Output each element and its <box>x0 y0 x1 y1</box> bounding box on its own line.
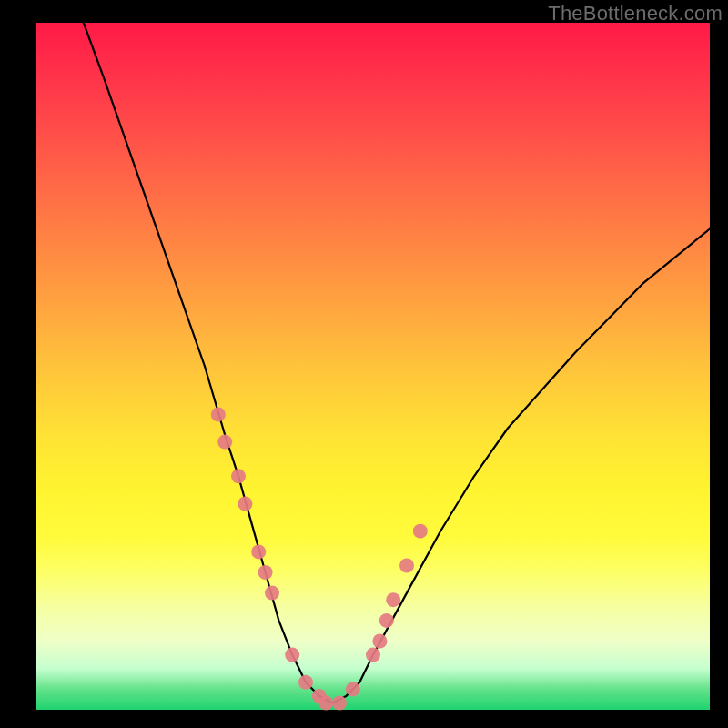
highlight-markers <box>211 407 428 710</box>
svg-point-0 <box>211 407 226 421</box>
svg-point-17 <box>399 559 414 573</box>
svg-point-14 <box>372 634 387 649</box>
svg-point-1 <box>217 435 232 450</box>
svg-point-2 <box>231 469 246 483</box>
svg-point-10 <box>318 696 333 711</box>
svg-point-15 <box>379 613 394 628</box>
svg-point-12 <box>346 682 360 696</box>
svg-point-3 <box>238 497 252 511</box>
svg-point-18 <box>413 524 428 539</box>
svg-point-8 <box>298 675 313 690</box>
chart-frame: TheBottleneck.com <box>0 0 728 728</box>
svg-point-6 <box>265 586 279 601</box>
watermark-text: TheBottleneck.com <box>548 2 723 25</box>
svg-point-7 <box>285 648 299 662</box>
svg-point-5 <box>258 565 273 580</box>
chart-svg <box>36 23 710 710</box>
svg-point-11 <box>332 696 347 711</box>
svg-point-4 <box>251 544 266 559</box>
plot-area <box>36 23 710 710</box>
svg-point-16 <box>386 592 400 607</box>
svg-point-13 <box>366 648 380 662</box>
